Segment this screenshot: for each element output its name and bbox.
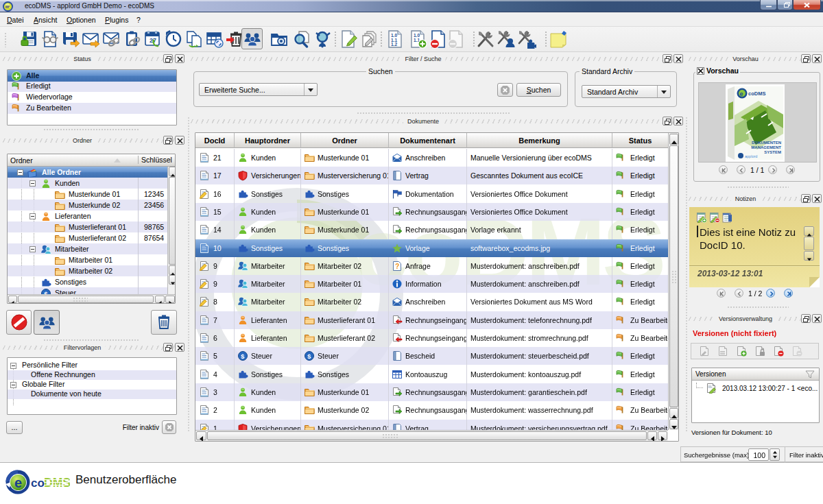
svg-text:co: co	[31, 477, 45, 490]
svg-text:DOKUMENTEN: DOKUMENTEN	[752, 141, 781, 145]
svg-text:coDMS: coDMS	[748, 91, 765, 97]
svg-text:SYSTEM: SYSTEM	[764, 150, 781, 154]
svg-text:applord: applord	[745, 154, 757, 158]
svg-text:e: e	[14, 475, 22, 490]
svg-text:MANAGEMENT: MANAGEMENT	[751, 145, 781, 149]
svg-text:e: e	[739, 91, 743, 97]
